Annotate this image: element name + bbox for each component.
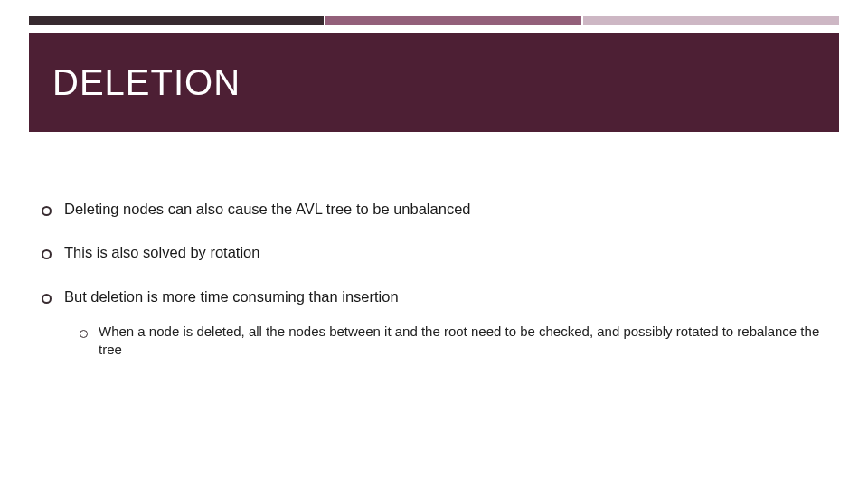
bullet-open-circle-icon <box>42 288 52 308</box>
title-block: DELETION <box>29 33 839 132</box>
accent-segment-dark <box>29 16 324 25</box>
slide-body: Deleting nodes can also cause the AVL tr… <box>42 199 826 377</box>
bullet-open-circle-icon <box>42 201 52 221</box>
sub-bullet-text: When a node is deleted, all the nodes be… <box>99 323 826 360</box>
bullet-item: Deleting nodes can also cause the AVL tr… <box>42 199 826 221</box>
bullet-text: But deletion is more time consuming than… <box>64 286 826 306</box>
sub-bullet-item: When a node is deleted, all the nodes be… <box>80 323 826 360</box>
accent-segment-light <box>583 16 839 25</box>
accent-bar <box>0 16 868 25</box>
bullet-text: This is also solved by rotation <box>64 242 826 262</box>
bullet-item: But deletion is more time consuming than… <box>42 286 826 308</box>
bullet-open-circle-icon <box>42 244 52 264</box>
accent-segment-mid <box>326 16 581 25</box>
sub-bullet-group: When a node is deleted, all the nodes be… <box>80 323 826 360</box>
bullet-item: This is also solved by rotation <box>42 242 826 264</box>
bullet-text: Deleting nodes can also cause the AVL tr… <box>64 199 826 219</box>
slide-title: DELETION <box>52 62 241 103</box>
bullet-open-circle-icon <box>80 324 88 343</box>
slide: DELETION Deleting nodes can also cause t… <box>0 0 868 488</box>
